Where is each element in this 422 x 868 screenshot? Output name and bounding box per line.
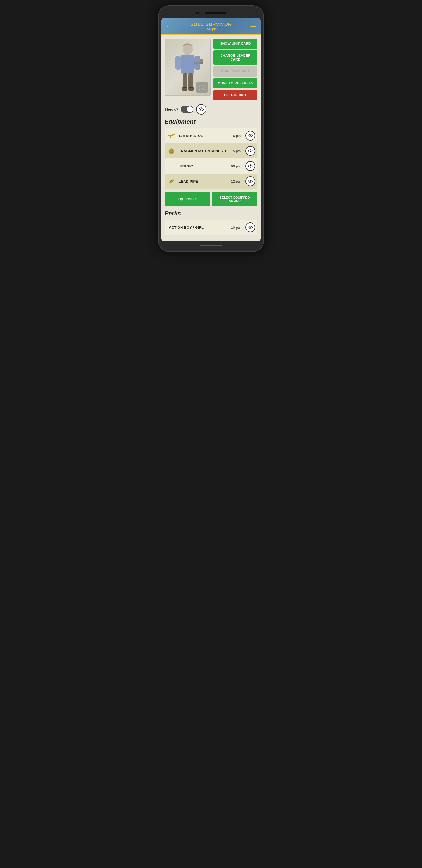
svg-point-12 [204,87,204,87]
equipment-pts: 6 pts [233,134,241,138]
equipment-button[interactable]: EQUIPMENT [165,192,210,206]
eye-icon [198,107,204,111]
list-item: ACTION BOY / GIRL 10 pts [165,220,257,235]
eye-icon [248,226,253,229]
home-indicator [200,245,222,246]
svg-rect-5 [189,73,193,88]
menu-line-3 [250,28,256,29]
svg-rect-4 [183,73,187,88]
menu-line-2 [250,26,256,27]
phone-frame: ← SOLE SURVIVOR 196 pts [158,5,264,252]
svg-point-11 [201,87,203,89]
equipment-pts: 5 pts [233,149,241,153]
show-unit-card-button[interactable]: SHOW UNIT CARD [214,38,257,49]
mine-svg [168,147,175,155]
equipment-name: HEROIC [179,164,228,168]
duplicate-unit-button[interactable]: DUPLICATE UNIT [214,66,257,76]
menu-button[interactable] [250,25,256,29]
pipe-svg [168,178,175,185]
phone-speaker [204,12,226,14]
svg-point-25 [250,151,251,151]
equipment-name: 10MM PISTOL [179,134,230,138]
svg-point-19 [250,135,251,136]
svg-rect-6 [182,87,187,91]
svg-rect-16 [172,134,175,135]
gun-svg [168,132,175,139]
back-button[interactable]: ← [166,23,172,30]
front-camera [196,11,199,14]
menu-line-1 [250,25,256,25]
unit-image-box[interactable] [165,38,211,95]
svg-point-31 [250,181,251,182]
eye-icon [248,164,253,168]
camera-icon [199,85,205,90]
header-center: SOLE SURVIVOR 196 pts [172,22,250,31]
perks-list: ACTION BOY / GIRL 10 pts [165,220,257,235]
perk-pts: 10 pts [231,225,241,229]
unit-points: 196 pts [172,27,250,31]
equipment-name: FRAGMENTATION MINE x 1 [179,149,230,153]
delete-unit-button[interactable]: DELETE UNIT [214,90,257,100]
move-to-reserves-button[interactable]: MOVE TO RESERVES [214,78,257,89]
heroic-label: Heroic? [165,107,178,112]
perk-eye-button[interactable] [246,222,255,232]
svg-rect-2 [175,56,181,70]
eye-icon [248,149,253,153]
top-section: SHOW UNIT CARD CHANGE LEADER CARD DUPLIC… [165,38,257,100]
equipment-pts: 60 pts [231,164,241,168]
camera-overlay-button[interactable] [196,82,208,93]
heroic-eye-button[interactable] [196,104,206,115]
perks-section: Perks ACTION BOY / GIRL 10 pts [165,210,257,235]
equipment-bottom-buttons: EQUIPMENT SELECT EQUIPPED ARMOR [165,192,257,206]
action-buttons-group: SHOW UNIT CARD CHANGE LEADER CARD DUPLIC… [214,38,257,100]
eye-icon [248,180,253,183]
eye-icon [248,134,253,137]
phone-notch [161,11,261,14]
svg-rect-9 [200,59,203,64]
toggle-knob [187,106,193,112]
svg-point-27 [250,166,251,166]
list-item: HEROIC 60 pts [165,158,257,174]
svg-rect-17 [170,136,171,138]
svg-rect-1 [181,55,194,74]
heroic-toggle[interactable] [181,106,193,113]
equipment-eye-button[interactable] [246,131,255,141]
main-content: SHOW UNIT CARD CHANGE LEADER CARD DUPLIC… [161,35,261,242]
select-equipped-armor-button[interactable]: SELECT EQUIPPED ARMOR [212,192,257,206]
pipe-icon [167,177,176,186]
list-item: FRAGMENTATION MINE x 1 5 pts [165,143,257,158]
list-item: LEAD PIPE 12 pts [165,174,257,189]
perks-section-title: Perks [165,210,257,217]
page-title: SOLE SURVIVOR [172,22,250,27]
svg-point-14 [201,109,201,110]
equipment-name: LEAD PIPE [179,179,228,183]
heroic-row: Heroic? [165,104,257,115]
phone-bottom-bar [161,245,261,246]
svg-rect-7 [189,87,194,91]
pistol-icon [167,131,176,140]
list-item: 10MM PISTOL 6 pts [165,128,257,143]
phone-screen: ← SOLE SURVIVOR 196 pts [161,18,261,242]
equipment-eye-button[interactable] [246,146,255,156]
app-header: ← SOLE SURVIVOR 196 pts [161,18,261,34]
mine-icon [167,146,176,155]
change-leader-card-button[interactable]: CHANGE LEADER CARD [214,51,257,65]
equipment-eye-button[interactable] [246,176,255,186]
equipment-pts: 12 pts [231,179,241,183]
perk-name: ACTION BOY / GIRL [169,225,228,229]
equipment-list: 10MM PISTOL 6 pts [165,128,257,189]
equipment-eye-button[interactable] [246,161,255,171]
equipment-section-title: Equipment [165,118,257,125]
svg-point-33 [250,227,251,228]
